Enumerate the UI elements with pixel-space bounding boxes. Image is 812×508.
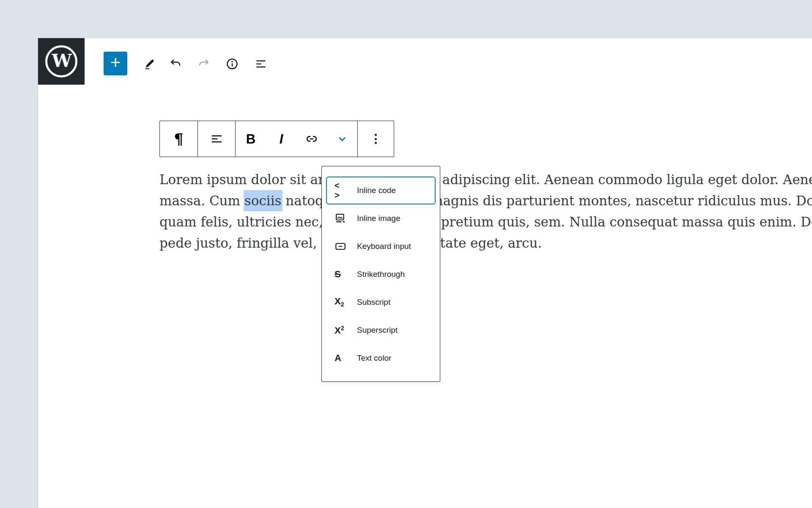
tools-button[interactable] bbox=[140, 54, 159, 74]
redo-arrow-icon bbox=[197, 57, 210, 71]
change-block-type-button[interactable]: ¶ bbox=[160, 121, 198, 157]
list-view-icon bbox=[254, 57, 268, 71]
menu-item-keyboard-input[interactable]: Keyboard input bbox=[326, 232, 436, 260]
inline-image-icon bbox=[335, 213, 351, 224]
undo-button[interactable] bbox=[166, 54, 186, 74]
pencil-icon bbox=[143, 58, 156, 70]
details-button[interactable] bbox=[222, 54, 242, 74]
inline-code-icon: < > bbox=[335, 181, 351, 200]
paragraph-block[interactable]: Lorem ipsum dolor sit amet, consectetuer… bbox=[159, 169, 812, 254]
more-rich-text-tools-button[interactable] bbox=[327, 121, 357, 157]
wordpress-logo-icon: W bbox=[45, 45, 77, 77]
menu-item-text-color[interactable]: A Text color bbox=[326, 344, 436, 372]
bold-button[interactable]: B bbox=[236, 121, 266, 157]
options-button[interactable] bbox=[357, 121, 394, 157]
menu-item-superscript[interactable]: X2 Superscript bbox=[326, 316, 436, 344]
selected-text: sociis bbox=[244, 190, 283, 211]
italic-icon: I bbox=[280, 133, 283, 146]
link-button[interactable] bbox=[296, 121, 327, 157]
plus-icon: + bbox=[110, 54, 121, 72]
align-button[interactable] bbox=[198, 121, 236, 157]
strikethrough-icon: S bbox=[335, 269, 351, 280]
info-icon bbox=[225, 57, 239, 71]
italic-button[interactable]: I bbox=[266, 121, 296, 157]
menu-item-strikethrough[interactable]: S Strikethrough bbox=[326, 260, 436, 288]
link-icon bbox=[304, 131, 319, 146]
menu-item-inline-code[interactable]: < > Inline code bbox=[326, 177, 436, 204]
paragraph-line: massa. Cum sociis natoque penatibus et m… bbox=[159, 190, 812, 211]
paragraph-line: quam felis, ultricies nec, pellentesque … bbox=[159, 211, 812, 232]
block-inserter-button[interactable]: + bbox=[104, 52, 127, 75]
align-left-icon bbox=[209, 132, 224, 146]
wordpress-logo-button[interactable]: W bbox=[38, 38, 85, 85]
text-color-icon: A bbox=[335, 353, 351, 364]
menu-item-inline-image[interactable]: Inline image bbox=[326, 204, 436, 232]
redo-button bbox=[194, 54, 213, 74]
paragraph-line: pede justo, fringilla vel, aliquet nec, … bbox=[159, 232, 812, 254]
rich-text-formats-menu: < > Inline code Inline image Keyboard in… bbox=[321, 166, 440, 382]
menu-item-subscript[interactable]: X2 Subscript bbox=[326, 288, 436, 316]
keyboard-input-icon bbox=[335, 240, 351, 252]
bold-icon: B bbox=[246, 133, 255, 146]
kebab-menu-icon bbox=[375, 132, 377, 146]
undo-arrow-icon bbox=[169, 57, 183, 71]
block-toolbar: ¶ B I bbox=[159, 121, 394, 157]
list-view-button[interactable] bbox=[251, 54, 271, 74]
paragraph-line: Lorem ipsum dolor sit amet, consectetuer… bbox=[159, 169, 812, 190]
subscript-icon: X2 bbox=[335, 297, 351, 307]
superscript-icon: X2 bbox=[335, 325, 351, 335]
paragraph-icon: ¶ bbox=[174, 131, 184, 146]
wordpress-logo-letter: W bbox=[52, 52, 71, 70]
chevron-down-icon bbox=[336, 133, 348, 145]
